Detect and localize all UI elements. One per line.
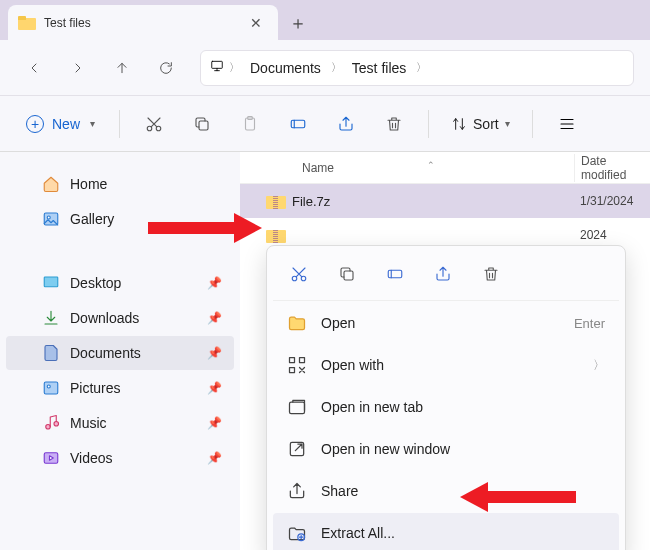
chevron-down-icon: ▾ xyxy=(90,118,95,129)
view-button[interactable] xyxy=(545,104,589,144)
document-icon xyxy=(42,344,60,362)
svg-point-8 xyxy=(47,216,50,219)
sort-indicator-icon: ⌃ xyxy=(427,160,435,170)
pin-icon: 📌 xyxy=(207,346,222,360)
delete-button[interactable] xyxy=(469,256,513,292)
sidebar-item-label: Music xyxy=(70,415,107,431)
pin-icon: 📌 xyxy=(207,416,222,430)
sidebar-item-music[interactable]: Music 📌 xyxy=(6,406,234,440)
svg-point-11 xyxy=(47,385,50,388)
separator xyxy=(428,110,429,138)
chevron-right-icon: 〉 xyxy=(416,60,427,75)
ctx-open-new-window[interactable]: Open in new window xyxy=(273,429,619,469)
rename-button[interactable] xyxy=(276,104,320,144)
new-tab-icon xyxy=(287,397,307,417)
sidebar-item-label: Downloads xyxy=(70,310,139,326)
svg-rect-9 xyxy=(44,277,58,287)
sidebar-item-label: Pictures xyxy=(70,380,121,396)
ctx-item-label: Open in new window xyxy=(321,441,450,457)
column-name-label: Name xyxy=(302,161,334,175)
svg-rect-20 xyxy=(300,358,305,363)
refresh-button[interactable] xyxy=(148,50,184,86)
chevron-right-icon: 〉 xyxy=(593,357,605,374)
sidebar: Home Gallery Desktop 📌 Downloads 📌 Docum… xyxy=(0,152,240,550)
copy-button[interactable] xyxy=(325,256,369,292)
pin-icon: 📌 xyxy=(207,276,222,290)
separator xyxy=(119,110,120,138)
music-icon xyxy=(42,414,60,432)
share-button[interactable] xyxy=(324,104,368,144)
cut-button[interactable] xyxy=(132,104,176,144)
ctx-item-label: Open with xyxy=(321,357,384,373)
file-row[interactable]: File.7z 1/31/2024 xyxy=(240,184,650,218)
svg-rect-6 xyxy=(291,120,305,128)
chevron-right-icon: 〉 xyxy=(229,60,240,75)
paste-button[interactable] xyxy=(228,104,272,144)
tab[interactable]: Test files ✕ xyxy=(8,5,278,40)
extract-icon xyxy=(287,523,307,543)
sidebar-item-desktop[interactable]: Desktop 📌 xyxy=(6,266,234,300)
ctx-item-shortcut: Enter xyxy=(574,316,605,331)
ctx-open-with[interactable]: Open with 〉 xyxy=(273,345,619,385)
forward-button[interactable] xyxy=(60,50,96,86)
ctx-open[interactable]: Open Enter xyxy=(273,303,619,343)
sidebar-item-downloads[interactable]: Downloads 📌 xyxy=(6,301,234,335)
new-button[interactable]: + New ▾ xyxy=(14,109,107,139)
breadcrumb-seg[interactable]: Documents xyxy=(244,60,327,76)
share-button[interactable] xyxy=(421,256,465,292)
ctx-open-new-tab[interactable]: Open in new tab xyxy=(273,387,619,427)
annotation-arrow xyxy=(148,213,262,243)
sidebar-item-label: Gallery xyxy=(70,211,114,227)
sidebar-item-label: Desktop xyxy=(70,275,121,291)
tab-title: Test files xyxy=(44,16,236,30)
rename-button[interactable] xyxy=(373,256,417,292)
tab-bar: Test files ✕ ＋ xyxy=(0,0,650,40)
sort-button-label: Sort xyxy=(473,116,499,132)
cut-button[interactable] xyxy=(277,256,321,292)
sidebar-item-pictures[interactable]: Pictures 📌 xyxy=(6,371,234,405)
sidebar-item-label: Documents xyxy=(70,345,141,361)
toolbar: + New ▾ Sort ▾ xyxy=(0,96,650,152)
ctx-item-label: Extract All... xyxy=(321,525,395,541)
video-icon xyxy=(42,449,60,467)
svg-rect-10 xyxy=(44,382,58,394)
download-icon xyxy=(42,309,60,327)
ctx-item-label: Open xyxy=(321,315,355,331)
ctx-extract-all[interactable]: Extract All... xyxy=(273,513,619,550)
back-button[interactable] xyxy=(16,50,52,86)
new-window-icon xyxy=(287,439,307,459)
home-icon xyxy=(42,175,60,193)
up-button[interactable] xyxy=(104,50,140,86)
delete-button[interactable] xyxy=(372,104,416,144)
archive-icon xyxy=(266,194,286,209)
svg-rect-18 xyxy=(388,270,402,278)
file-date: 1/31/2024 xyxy=(574,194,650,208)
close-icon[interactable]: ✕ xyxy=(244,15,268,31)
file-date: 2024 xyxy=(574,228,650,242)
sidebar-item-label: Home xyxy=(70,176,107,192)
address-bar[interactable]: 〉 Documents 〉 Test files 〉 xyxy=(200,50,634,86)
breadcrumb-seg[interactable]: Test files xyxy=(346,60,412,76)
sidebar-item-documents[interactable]: Documents 📌 xyxy=(6,336,234,370)
pin-icon: 📌 xyxy=(207,451,222,465)
svg-rect-3 xyxy=(199,121,208,130)
column-name[interactable]: Name ⌃ xyxy=(302,161,574,175)
sort-button[interactable]: Sort ▾ xyxy=(441,110,520,138)
desktop-icon xyxy=(42,274,60,292)
file-name: File.7z xyxy=(292,194,574,209)
plus-circle-icon: + xyxy=(26,115,44,133)
sidebar-item-home[interactable]: Home xyxy=(6,167,234,201)
folder-icon xyxy=(18,16,36,30)
column-header: Name ⌃ Date modified xyxy=(240,152,650,184)
gallery-icon xyxy=(42,210,60,228)
column-date-label: Date modified xyxy=(581,154,626,182)
ctx-item-label: Open in new tab xyxy=(321,399,423,415)
pin-icon: 📌 xyxy=(207,381,222,395)
new-tab-button[interactable]: ＋ xyxy=(278,5,318,40)
folder-open-icon xyxy=(287,313,307,333)
svg-rect-21 xyxy=(290,368,295,373)
column-date[interactable]: Date modified xyxy=(574,154,650,182)
copy-button[interactable] xyxy=(180,104,224,144)
annotation-arrow xyxy=(460,482,574,512)
sidebar-item-videos[interactable]: Videos 📌 xyxy=(6,441,234,475)
